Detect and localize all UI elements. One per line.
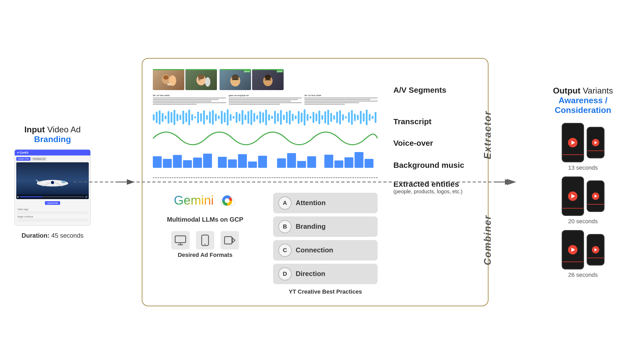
svg-rect-95 (363, 113, 365, 122)
phone-btn (562, 190, 562, 194)
format-icons (171, 231, 239, 249)
waveform-svg (153, 109, 378, 126)
abcd-circle-a: A (278, 196, 291, 210)
svg-rect-69 (286, 112, 288, 123)
phone-main-2 (562, 176, 584, 216)
svg-rect-89 (345, 116, 347, 118)
phones-pair-3 (562, 230, 604, 269)
svg-rect-54 (242, 110, 243, 125)
svg-rect-26 (159, 110, 161, 124)
output-blue-label: Awareness / Consideration (555, 96, 611, 115)
video-tag-input[interactable] (17, 211, 88, 214)
google-cloud-icon (218, 193, 236, 208)
label-voiceover: Voice-over (393, 132, 477, 154)
yt-label: YT Creative Best Practices (273, 288, 378, 295)
background-music-visual (153, 130, 378, 147)
phone-btn (562, 137, 562, 141)
svg-rect-74 (301, 113, 303, 122)
seg-title-3: SF: UI Text 14/20 (304, 94, 378, 97)
svg-rect-118 (355, 152, 363, 168)
line (153, 102, 226, 103)
face-svg-3 (226, 73, 244, 89)
guess-label: guess (244, 70, 251, 72)
video-format-icon (221, 231, 239, 249)
svg-rect-33 (179, 115, 181, 120)
output-arrow-svg (494, 178, 515, 186)
svg-point-11 (163, 75, 169, 80)
line (304, 101, 378, 102)
label-av-segments: A/V Segments (393, 69, 477, 111)
transcript-visual: SF: UI Text 14/20 gobr em kuyUçlk s/l: (153, 94, 378, 105)
line (229, 97, 302, 98)
label-extracted-entities: Extracted entities (people, products, lo… (393, 176, 477, 198)
video-tabs: Select File Preview Ad (16, 157, 89, 161)
svg-rect-44 (212, 110, 214, 125)
seconds-label-3: 26 seconds (568, 272, 598, 278)
svg-rect-102 (173, 155, 182, 168)
svg-rect-41 (203, 110, 205, 124)
svg-rect-96 (366, 110, 368, 125)
svg-point-17 (205, 77, 210, 87)
svg-rect-71 (292, 114, 294, 121)
svg-rect-94 (360, 111, 362, 124)
svg-rect-67 (280, 110, 282, 125)
phone-buttons-3 (562, 239, 562, 248)
svg-rect-56 (247, 111, 249, 124)
gemini-subtitle: Multimodal LLMs on GCP (167, 216, 243, 223)
abcd-area: A Attention B Branding C Connection D (273, 193, 378, 295)
svg-rect-51 (233, 116, 234, 119)
svg-rect-78 (312, 112, 314, 123)
text-seg-2: gobr em kuyUçlk s/l: (229, 94, 302, 105)
abcd-circle-d: D (278, 267, 291, 280)
svg-point-124 (205, 244, 206, 245)
progress-bar (20, 196, 84, 197)
abcd-item-c: C Connection (273, 240, 378, 261)
svg-rect-32 (176, 114, 178, 121)
svg-rect-119 (364, 159, 373, 168)
svg-rect-92 (354, 114, 356, 121)
visuals-column: guess p-text (153, 69, 378, 295)
abcd-text-a: Attention (296, 199, 326, 207)
video-mockup: ✦ ConKit Select File Preview Ad (14, 149, 91, 226)
upload-btn[interactable]: Upload file (45, 201, 60, 205)
svg-rect-75 (304, 109, 305, 126)
transcript-label: Transcript (393, 117, 431, 126)
phone-play-2 (568, 191, 577, 201)
svg-rect-83 (327, 110, 329, 125)
svg-rect-53 (239, 113, 241, 121)
seg-title-2: gobr em kuyUçlk s/l: (229, 94, 302, 97)
svg-rect-120 (175, 236, 186, 243)
gemini-logo: Gemini (174, 193, 236, 208)
svg-rect-42 (206, 115, 208, 120)
video-tab-active[interactable]: Select File (16, 157, 30, 161)
phone-red-line-small-3 (587, 258, 604, 258)
format-label: Desired Ad Formats (171, 252, 239, 258)
magic-continue-input[interactable] (17, 219, 88, 222)
svg-rect-99 (375, 112, 377, 123)
voiceover-label: Voice-over (393, 139, 433, 148)
sine-wave-svg (153, 130, 378, 147)
svg-rect-63 (268, 114, 270, 121)
svg-rect-106 (218, 157, 227, 168)
video-fields: Video tags Magic continue (16, 207, 89, 224)
svg-rect-55 (244, 115, 246, 120)
face-svg-4 (259, 73, 277, 89)
progress-fill (20, 196, 42, 197)
video-app-label: ✦ ConKit (17, 151, 28, 154)
svg-point-23 (265, 75, 271, 80)
mobile-format-icon (196, 231, 214, 249)
duration-value: 45 seconds (50, 232, 84, 239)
svg-rect-112 (287, 153, 296, 168)
face-svg-1 (159, 73, 178, 89)
svg-point-6 (61, 181, 66, 183)
svg-rect-104 (193, 158, 202, 168)
phones-pair-2 (562, 176, 604, 216)
line (153, 99, 219, 100)
svg-rect-116 (335, 160, 343, 168)
svg-rect-81 (321, 115, 323, 120)
green-bar-1 (153, 69, 184, 70)
svg-rect-117 (345, 157, 353, 168)
abcd-item-b: B Branding (273, 216, 378, 237)
line (304, 97, 378, 98)
video-tab-inactive[interactable]: Preview Ad (32, 157, 46, 161)
